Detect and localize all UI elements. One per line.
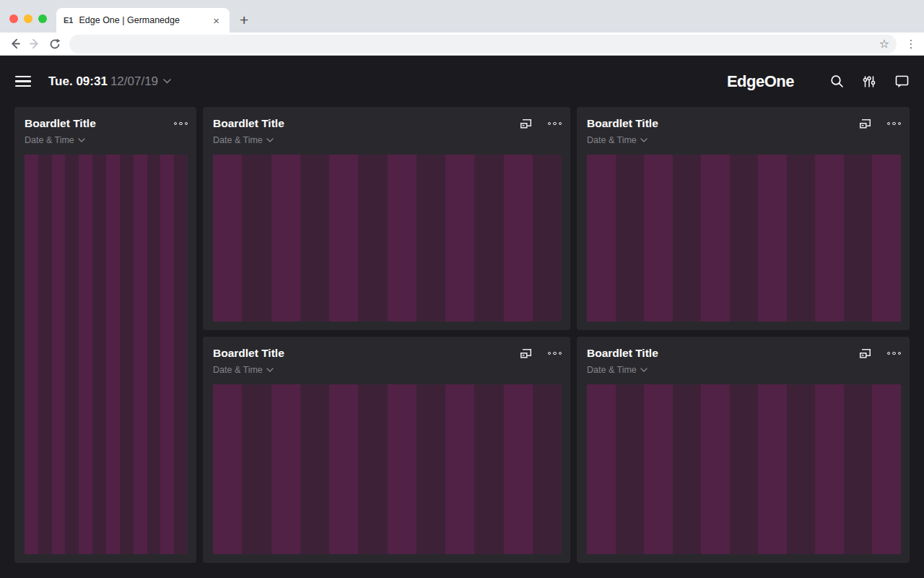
chevron-down-icon bbox=[266, 368, 274, 372]
current-date: 12/07/19 bbox=[110, 74, 158, 89]
date-time-dropdown[interactable]: Date & Time bbox=[213, 135, 562, 145]
browser-tab-strip: E1 Edge One | Germanedge × + bbox=[0, 0, 924, 33]
edgeone-app: Tue. 09:31 12/07/19 EdgeOne bbox=[0, 56, 924, 577]
url-input[interactable] bbox=[77, 38, 879, 49]
date-time-dropdown[interactable]: Date & Time bbox=[213, 365, 562, 375]
boardlet-grid: Boardlet Title Date & Time Boardlet Titl… bbox=[0, 107, 924, 577]
browser-toolbar: ☆ ⋮ bbox=[0, 33, 924, 56]
pip-expand-icon[interactable] bbox=[859, 348, 871, 359]
boardlet-card: Boardlet Title Date & Time bbox=[203, 107, 570, 330]
date-time-dropdown[interactable]: Date & Time bbox=[587, 365, 901, 375]
boardlet-subtitle: Date & Time bbox=[587, 135, 637, 145]
reload-icon[interactable] bbox=[45, 34, 65, 54]
boardlet-title: Boardlet Title bbox=[587, 347, 658, 360]
boardlet-card: Boardlet Title Date & Time bbox=[14, 107, 196, 563]
search-icon[interactable] bbox=[829, 74, 844, 89]
boardlet-title: Boardlet Title bbox=[587, 117, 658, 130]
boardlet-title: Boardlet Title bbox=[213, 347, 284, 360]
forward-icon[interactable] bbox=[25, 34, 45, 54]
chevron-down-icon bbox=[78, 138, 85, 142]
bookmark-star-icon[interactable]: ☆ bbox=[879, 37, 889, 51]
chevron-down-icon bbox=[640, 138, 648, 142]
boardlet-chart-placeholder bbox=[587, 384, 901, 554]
app-header: Tue. 09:31 12/07/19 EdgeOne bbox=[0, 56, 924, 107]
more-options-icon[interactable] bbox=[887, 122, 902, 126]
pip-expand-icon[interactable] bbox=[520, 118, 532, 129]
pip-expand-icon[interactable] bbox=[520, 348, 532, 359]
browser-tab[interactable]: E1 Edge One | Germanedge × bbox=[56, 8, 230, 33]
boardlet-subtitle: Date & Time bbox=[587, 365, 637, 375]
date-time-dropdown[interactable]: Date & Time bbox=[587, 135, 901, 145]
boardlet-card: Boardlet Title Date & Time bbox=[577, 337, 910, 563]
new-tab-button[interactable]: + bbox=[240, 12, 248, 29]
browser-menu-icon[interactable]: ⋮ bbox=[902, 38, 920, 51]
chevron-down-icon bbox=[640, 368, 648, 372]
more-options-icon[interactable] bbox=[548, 122, 562, 126]
boardlet-title: Boardlet Title bbox=[213, 117, 284, 130]
datetime-selector[interactable]: Tue. 09:31 12/07/19 bbox=[48, 74, 171, 89]
chevron-down-icon bbox=[163, 79, 171, 84]
window-fullscreen-button[interactable] bbox=[38, 14, 47, 23]
tab-favicon: E1 bbox=[64, 16, 73, 25]
boardlet-chart-placeholder bbox=[587, 155, 901, 322]
boardlet-card: Boardlet Title Date & Time bbox=[577, 107, 910, 330]
boardlet-subtitle: Date & Time bbox=[25, 135, 74, 145]
boardlet-chart-placeholder bbox=[213, 384, 562, 554]
back-icon[interactable] bbox=[4, 34, 25, 54]
address-bar[interactable]: ☆ bbox=[69, 35, 897, 53]
chat-icon[interactable] bbox=[894, 74, 909, 89]
tab-close-icon[interactable]: × bbox=[210, 14, 222, 27]
tab-title: Edge One | Germanedge bbox=[79, 15, 204, 25]
date-time-dropdown[interactable]: Date & Time bbox=[25, 135, 188, 145]
boardlet-title: Boardlet Title bbox=[25, 117, 96, 130]
filter-sliders-icon[interactable] bbox=[862, 74, 876, 89]
more-options-icon[interactable] bbox=[548, 352, 562, 355]
pip-expand-icon[interactable] bbox=[859, 118, 871, 129]
boardlet-card: Boardlet Title Date & Time bbox=[203, 337, 570, 563]
boardlet-chart-placeholder bbox=[25, 155, 188, 554]
boardlet-subtitle: Date & Time bbox=[213, 135, 263, 145]
edgeone-logo: EdgeOne bbox=[727, 72, 794, 91]
window-minimize-button[interactable] bbox=[24, 14, 32, 23]
current-time: Tue. 09:31 bbox=[48, 74, 108, 89]
menu-hamburger-icon[interactable] bbox=[15, 76, 31, 87]
more-options-icon[interactable] bbox=[174, 122, 188, 126]
window-controls bbox=[9, 14, 47, 23]
more-options-icon[interactable] bbox=[887, 352, 902, 355]
window-close-button[interactable] bbox=[9, 14, 18, 23]
chevron-down-icon bbox=[266, 138, 274, 142]
boardlet-chart-placeholder bbox=[213, 155, 562, 322]
boardlet-subtitle: Date & Time bbox=[213, 365, 263, 375]
